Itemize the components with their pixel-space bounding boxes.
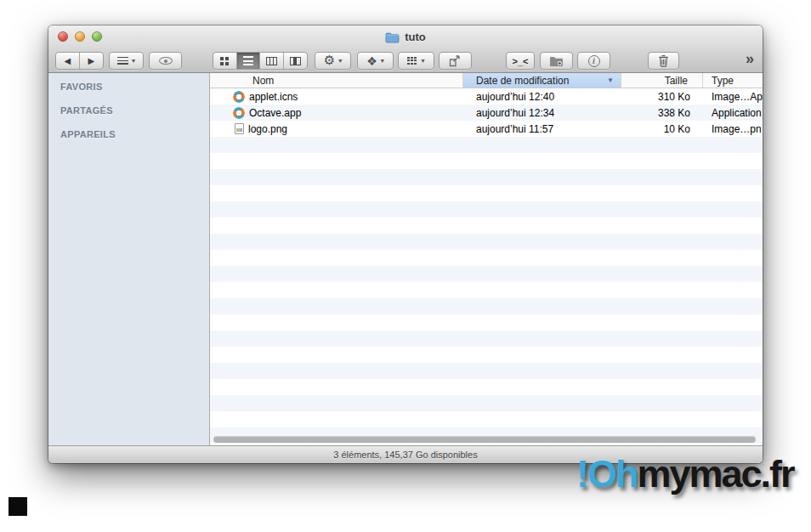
icon-view-button[interactable] bbox=[213, 53, 237, 69]
traffic-lights bbox=[58, 31, 102, 42]
sidebar-section-partages[interactable]: PARTAGÉS bbox=[60, 105, 209, 116]
table-row[interactable]: logo.png aujourd’hui 11:57 10 Ko Image…p… bbox=[210, 121, 763, 137]
chevron-down-icon: ▾ bbox=[338, 57, 342, 65]
png-file-icon bbox=[235, 123, 244, 134]
list-header: Nom Date de modification ▼ Taille Type bbox=[210, 73, 763, 88]
forward-button[interactable]: ▶ bbox=[80, 53, 103, 69]
chevron-down-icon: ▾ bbox=[381, 57, 384, 65]
sidebar-section-appareils[interactable]: APPAREILS bbox=[60, 129, 209, 139]
sidebar-section-favoris[interactable]: FAVORIS bbox=[60, 82, 209, 92]
column-header-size-label: Taille bbox=[665, 75, 688, 87]
list-lines-icon bbox=[117, 57, 128, 65]
file-type: Application bbox=[703, 107, 763, 119]
column-view-button[interactable] bbox=[260, 53, 284, 69]
window-body: FAVORIS PARTAGÉS APPAREILS Nom Date de m… bbox=[48, 73, 763, 445]
get-info-button[interactable]: i bbox=[577, 52, 610, 70]
new-folder-icon bbox=[549, 55, 564, 67]
horizontal-scrollbar[interactable] bbox=[213, 436, 756, 443]
octave-app-icon bbox=[233, 91, 245, 103]
file-name: Octave.app bbox=[249, 107, 301, 119]
watermark-suffix: mymac.fr bbox=[637, 452, 793, 495]
file-list-pane: Nom Date de modification ▼ Taille Type bbox=[210, 73, 763, 445]
info-icon: i bbox=[588, 55, 600, 67]
new-folder-button[interactable] bbox=[540, 52, 573, 70]
column-header-type-label: Type bbox=[712, 75, 734, 87]
chevron-down-icon: ▾ bbox=[132, 57, 135, 65]
list-view-icon bbox=[243, 56, 253, 65]
sort-descending-icon: ▼ bbox=[607, 76, 614, 84]
quick-look-button[interactable] bbox=[149, 52, 182, 70]
sidebar: FAVORIS PARTAGÉS APPAREILS bbox=[48, 73, 210, 445]
eye-icon bbox=[159, 57, 173, 65]
column-header-name[interactable]: Nom bbox=[210, 73, 463, 88]
watermark: !Ohmymac.fr bbox=[576, 452, 794, 496]
status-text: 3 éléments, 145,37 Go disponibles bbox=[333, 450, 477, 460]
file-type: Image…pn bbox=[703, 123, 763, 135]
file-date: aujourd’hui 11:57 bbox=[463, 123, 621, 135]
view-switcher bbox=[213, 52, 308, 70]
coverflow-view-button[interactable] bbox=[284, 53, 307, 69]
window-title-group: tuto bbox=[385, 31, 426, 43]
window-title: tuto bbox=[405, 31, 426, 43]
column-view-icon bbox=[266, 57, 277, 65]
share-button[interactable] bbox=[439, 52, 472, 70]
trash-icon bbox=[658, 54, 669, 67]
close-button[interactable] bbox=[58, 31, 68, 42]
toolbar-overflow-button[interactable]: » bbox=[746, 50, 754, 68]
file-name: applet.icns bbox=[249, 91, 298, 103]
forward-icon: ▶ bbox=[88, 56, 94, 65]
file-date: aujourd’hui 12:40 bbox=[463, 91, 621, 103]
file-size: 310 Ko bbox=[621, 91, 703, 103]
column-header-date-label: Date de modification bbox=[476, 75, 569, 87]
grid-icon bbox=[407, 57, 417, 65]
share-icon bbox=[449, 55, 462, 67]
table-row[interactable]: applet.icns aujourd’hui 12:40 310 Ko Ima… bbox=[210, 88, 763, 105]
dropbox-icon: ❖ bbox=[366, 55, 377, 67]
dropbox-dropdown-button[interactable]: ❖ ▾ bbox=[357, 52, 394, 70]
black-square-artifact bbox=[9, 497, 27, 516]
table-row[interactable]: Octave.app aujourd’hui 12:34 338 Ko Appl… bbox=[210, 105, 763, 121]
file-date: aujourd’hui 12:34 bbox=[463, 107, 621, 119]
go2shell-button[interactable]: >_< bbox=[506, 52, 535, 70]
delete-button[interactable] bbox=[648, 52, 679, 70]
toolbar: ◀ ▶ ▾ ⚙ ▾ ❖ ▾ ▾ bbox=[48, 48, 763, 73]
file-type: Image…Ap bbox=[703, 91, 763, 103]
column-header-type[interactable]: Type bbox=[703, 73, 763, 88]
back-icon: ◀ bbox=[64, 56, 71, 65]
back-button[interactable]: ◀ bbox=[56, 53, 80, 69]
folder-icon bbox=[385, 31, 400, 43]
item-arrangement-dropdown-button[interactable]: ▾ bbox=[398, 52, 434, 70]
arrange-dropdown-button[interactable]: ▾ bbox=[109, 52, 144, 70]
back-forward-control: ◀ ▶ bbox=[55, 52, 104, 70]
column-header-size[interactable]: Taille bbox=[621, 73, 703, 88]
gear-icon: ⚙ bbox=[324, 54, 335, 67]
action-dropdown-button[interactable]: ⚙ ▾ bbox=[315, 52, 351, 70]
watermark-prefix: !Oh bbox=[576, 452, 637, 495]
minimize-button[interactable] bbox=[75, 31, 85, 42]
title-bar[interactable]: tuto bbox=[48, 25, 763, 48]
list-view-button[interactable] bbox=[237, 53, 261, 69]
finder-window: tuto ◀ ▶ ▾ ⚙ ▾ ❖ ▾ ▾ bbox=[48, 25, 763, 463]
file-size: 10 Ko bbox=[621, 123, 703, 135]
octave-app-icon bbox=[233, 107, 245, 119]
file-size: 338 Ko bbox=[621, 107, 703, 119]
icon-view-icon bbox=[220, 57, 229, 65]
file-list: applet.icns aujourd’hui 12:40 310 Ko Ima… bbox=[210, 88, 763, 445]
column-header-date[interactable]: Date de modification ▼ bbox=[463, 73, 621, 88]
column-header-name-label: Nom bbox=[252, 75, 274, 87]
chevron-down-icon: ▾ bbox=[421, 57, 424, 65]
coverflow-view-icon bbox=[290, 57, 301, 65]
terminal-prompt-icon: >_< bbox=[513, 56, 529, 66]
file-name: logo.png bbox=[248, 123, 287, 135]
zoom-button[interactable] bbox=[92, 31, 102, 42]
